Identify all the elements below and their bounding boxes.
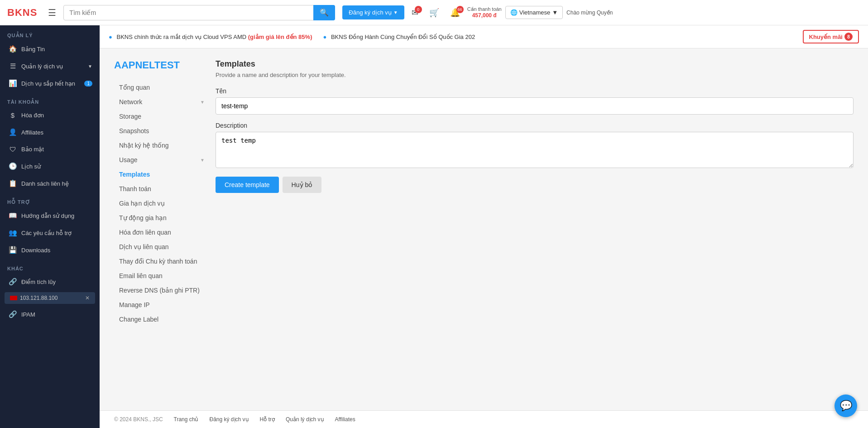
footer-link-dang-ky-dich-vu[interactable]: Đăng ký dịch vụ <box>209 416 249 423</box>
sidebar-label-ipam: IPAM <box>21 311 35 318</box>
chat-button[interactable]: 💬 <box>834 394 857 417</box>
network-sub-arrow-icon: ▼ <box>200 100 205 105</box>
left-menu-gia-han-dich-vu[interactable]: Gia hạn dịch vụ <box>114 196 205 211</box>
banner-text-2: BKNS Đồng Hành Cùng Chuyển Đổi Số Quốc G… <box>331 34 475 40</box>
create-template-button[interactable]: Create template <box>216 177 279 193</box>
home-icon: 🏠 <box>9 45 17 53</box>
search-button[interactable]: 🔍 <box>313 5 335 20</box>
points-icon: 🔗 <box>9 278 17 286</box>
left-menu-storage[interactable]: Storage <box>114 109 205 124</box>
user-greeting[interactable]: Chào mừng Quyền <box>566 10 613 16</box>
sidebar-label-affiliates: Affiliates <box>21 129 43 136</box>
sidebar-item-huong-dan-su-dung[interactable]: 📖 Hướng dẫn sử dụng <box>0 207 100 224</box>
footer-link-ho-tro[interactable]: Hỗ trợ <box>260 416 275 423</box>
footer-link-trang-chu[interactable]: Trang chủ <box>174 416 199 423</box>
sidebar-item-danh-sach-lien-he[interactable]: 📋 Danh sách liên hệ <box>0 175 100 192</box>
sidebar-label-bang-tin: Bảng Tin <box>21 46 45 53</box>
sidebar-item-affiliates[interactable]: 👤 Affiliates <box>0 124 100 141</box>
sidebar-item-hoa-don[interactable]: $ Hóa đơn <box>0 107 100 124</box>
usage-sub-arrow-icon: ▼ <box>200 158 205 163</box>
cart-button[interactable]: 🛒 <box>426 6 443 19</box>
sidebar-item-quan-ly-dich-vu[interactable]: ☰ Quản lý dịch vụ ▼ <box>0 58 100 75</box>
banner-bar: ● BKNS chính thức ra mắt dịch vụ Cloud V… <box>100 25 868 48</box>
search-input[interactable] <box>63 5 335 20</box>
register-service-button[interactable]: Đăng ký dịch vụ ▼ <box>342 5 404 19</box>
sidebar: QUẢN LÝ 🏠 Bảng Tin ☰ Quản lý dịch vụ ▼ 📊… <box>0 25 100 428</box>
name-input[interactable] <box>216 97 854 115</box>
templates-form: Templates Provide a name and description… <box>216 59 854 399</box>
left-menu-usage[interactable]: Usage ▼ <box>114 153 205 167</box>
sidebar-label-diem-tich-luy: Điểm tích lũy <box>21 279 56 285</box>
left-menu-templates[interactable]: Templates <box>114 167 205 182</box>
sidebar-item-dich-vu-sap-het-han[interactable]: 📊 Dịch vụ sắp hết hạn 1 <box>0 75 100 92</box>
invoice-icon: $ <box>9 111 17 119</box>
left-menu: Tổng quan Network ▼ Storage Snapshots Nh… <box>114 80 205 327</box>
left-menu-reverse-dns[interactable]: Reverse DNS (bản ghi PTR) <box>114 283 205 298</box>
left-menu-tong-quan[interactable]: Tổng quan <box>114 80 205 95</box>
language-selector[interactable]: 🌐 Vietnamese ▼ <box>505 6 563 19</box>
sidebar-label-downloads: Downloads <box>21 247 50 254</box>
left-side: AAPNELTEST Tổng quan Network ▼ Storage S… <box>114 59 205 399</box>
left-menu-manage-ip[interactable]: Manage IP <box>114 298 205 312</box>
left-menu-email-lien-quan[interactable]: Email liên quan <box>114 269 205 283</box>
footer-copyright: © 2024 BKNS., JSC <box>114 416 163 423</box>
search-container: 🔍 <box>63 5 335 20</box>
page-title: AAPNELTEST <box>114 59 205 71</box>
footer-link-quan-ly-dich-vu[interactable]: Quản lý dịch vụ <box>286 416 324 423</box>
logo-text: BKNS <box>7 7 37 19</box>
sidebar-label-bao-mat: Bảo mật <box>21 146 44 153</box>
sidebar-section-khac: KHÁC <box>0 259 100 273</box>
sidebar-section-ho-tro: HỖ TRỢ <box>0 192 100 207</box>
chevron-down-icon: ▼ <box>88 64 92 69</box>
left-menu-network[interactable]: Network ▼ <box>114 95 205 109</box>
affiliates-icon: 👤 <box>9 128 17 136</box>
promo-badge: 8 <box>844 33 853 41</box>
sidebar-item-bao-mat[interactable]: 🛡 Bảo mật <box>0 141 100 158</box>
main-layout: QUẢN LÝ 🏠 Bảng Tin ☰ Quản lý dịch vụ ▼ 📊… <box>0 25 868 428</box>
ip-tag: 103.121.88.100 ✕ <box>5 292 95 304</box>
form-description: Provide a name and description for your … <box>216 72 854 78</box>
sidebar-label-danh-sach-lien-he: Danh sách liên hệ <box>21 180 69 187</box>
sidebar-item-downloads[interactable]: 💾 Downloads <box>0 241 100 259</box>
payment-needed[interactable]: Cần thanh toán 457,000 đ <box>467 6 502 19</box>
left-menu-tu-dong-gia-han[interactable]: Tự động gia hạn <box>114 211 205 225</box>
sidebar-label-quan-ly-dich-vu: Quản lý dịch vụ <box>21 63 63 70</box>
sidebar-item-cac-yeu-cau-ho-tro[interactable]: 👥 Các yêu cầu hỗ trợ <box>0 224 100 241</box>
left-menu-dich-vu-lien-quan[interactable]: Dịch vụ liên quan <box>114 240 205 254</box>
name-label: Tên <box>216 87 854 95</box>
sidebar-item-bang-tin[interactable]: 🏠 Bảng Tin <box>0 40 100 58</box>
left-menu-snapshots[interactable]: Snapshots <box>114 124 205 138</box>
sidebar-item-ipam[interactable]: 🔗 IPAM <box>0 306 100 323</box>
promo-button[interactable]: Khuyến mãi 8 <box>803 30 859 43</box>
left-menu-thay-doi-chu-ky-thanh-toan[interactable]: Thay đổi Chu kỳ thanh toán <box>114 254 205 269</box>
left-menu-change-label[interactable]: Change Label <box>114 312 205 327</box>
hamburger-button[interactable]: ☰ <box>44 5 60 20</box>
guide-icon: 📖 <box>9 212 17 220</box>
ip-address: 103.121.88.100 <box>20 295 58 301</box>
expiry-icon: 📊 <box>9 79 17 87</box>
banner-link-1[interactable]: (giảm giá lên đến 85%) <box>248 34 312 40</box>
ip-close-button[interactable]: ✕ <box>85 295 90 301</box>
form-actions: Create template Huỷ bỏ <box>216 177 854 193</box>
sidebar-label-cac-yeu-cau-ho-tro: Các yêu cầu hỗ trợ <box>21 230 72 236</box>
message-button[interactable]: ✉ 0 <box>408 6 422 19</box>
description-label: Description <box>216 122 854 129</box>
header-actions: Đăng ký dịch vụ ▼ ✉ 0 🛒 🔔 66 Cần thanh t… <box>342 5 613 19</box>
sidebar-section-tai-khoan: TÀI KHOẢN <box>0 92 100 107</box>
page-footer: © 2024 BKNS., JSC Trang chủ Đăng ký dịch… <box>100 410 868 428</box>
flag-icon <box>10 296 17 300</box>
contacts-icon: 📋 <box>9 179 17 188</box>
content-area: ● BKNS chính thức ra mắt dịch vụ Cloud V… <box>100 25 868 428</box>
left-menu-nhat-ky-he-thong[interactable]: Nhật ký hệ thống <box>114 138 205 153</box>
history-icon: 🕒 <box>9 162 17 170</box>
description-textarea[interactable] <box>216 132 854 168</box>
service-icon: ☰ <box>9 62 17 70</box>
left-menu-thanh-toan[interactable]: Thanh toán <box>114 182 205 196</box>
sidebar-item-diem-tich-luy[interactable]: 🔗 Điểm tích lũy <box>0 273 100 290</box>
sidebar-item-lich-su[interactable]: 🕒 Lịch sử <box>0 158 100 175</box>
left-menu-hoa-don-lien-quan[interactable]: Hóa đơn liên quan <box>114 225 205 240</box>
notification-button[interactable]: 🔔 66 <box>446 6 464 19</box>
cancel-button[interactable]: Huỷ bỏ <box>283 177 322 193</box>
security-icon: 🛡 <box>9 145 17 153</box>
footer-link-affiliates[interactable]: Affiliates <box>335 416 355 423</box>
